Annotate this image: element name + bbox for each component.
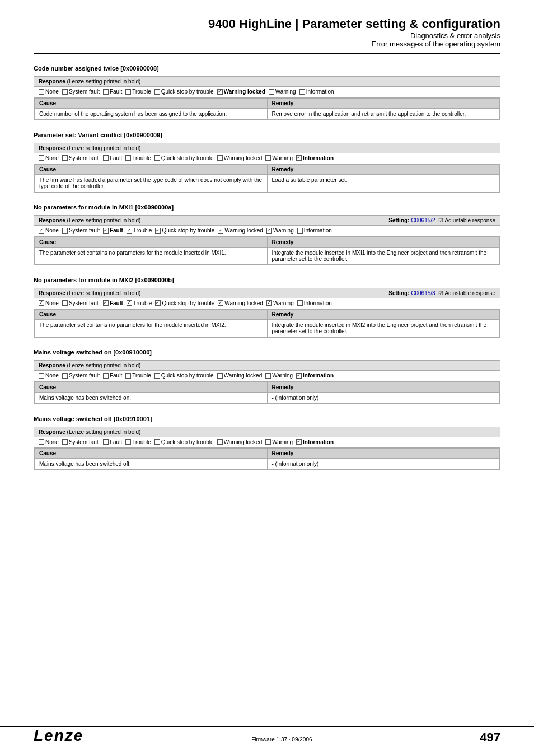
col-header-4-1: Remedy <box>267 382 500 392</box>
checkbox-3-5: Warning locked <box>218 300 263 306</box>
checkbox-1-5: Warning locked <box>217 155 263 161</box>
checkbox-0-0: None <box>39 88 59 95</box>
col-header-4-0: Cause <box>35 382 268 392</box>
checkboxes-row-3: NoneSystem faultFaultTroubleQuick stop b… <box>34 298 500 310</box>
checkbox-box-2-7 <box>297 228 303 234</box>
checkbox-box-2-1 <box>62 228 68 234</box>
response-box-4: Response (Lenze setting printed in bold)… <box>34 360 500 404</box>
checkbox-box-4-1 <box>62 373 68 379</box>
checkbox-box-5-7 <box>296 439 302 445</box>
page-header: 9400 HighLine | Parameter setting & conf… <box>34 17 500 54</box>
checkbox-box-2-6 <box>266 228 272 234</box>
checkbox-label-4-4: Quick stop by trouble <box>161 372 214 379</box>
header-subtitle1: Diagnostics & error analysis <box>34 31 500 40</box>
checkbox-box-1-6 <box>265 155 271 161</box>
checkbox-box-3-6 <box>266 300 272 306</box>
table-row-0-0: Code number of the operating system has … <box>35 108 500 119</box>
table-row-1-0: The firmware has loaded a parameter set … <box>35 175 500 192</box>
checkbox-label-2-0: None <box>45 227 59 234</box>
header-title: 9400 HighLine | Parameter setting & conf… <box>34 17 500 31</box>
checkbox-box-0-3 <box>125 89 131 95</box>
checkbox-label-2-1: System fault <box>69 227 100 234</box>
cause-cell-0-0: Code number of the operating system has … <box>35 108 268 119</box>
table-row-3-0: The parameter set contains no parameters… <box>35 320 500 337</box>
footer-firmware: Firmware 1.37 · 09/2006 <box>83 736 480 745</box>
checkbox-2-4: Quick stop by trouble <box>155 227 214 234</box>
checkbox-label-0-5: Warning locked <box>224 88 265 95</box>
page-footer: Lenze Firmware 1.37 · 09/2006 497 <box>0 726 534 745</box>
checkbox-5-7: Information <box>296 439 334 445</box>
checkbox-label-3-3: Trouble <box>133 300 152 306</box>
setting-label-2: Setting: C00615/2 ☑ Adjustable response <box>388 217 495 223</box>
checkbox-box-5-3 <box>125 439 131 445</box>
checkbox-box-0-7 <box>299 89 305 95</box>
checkbox-box-0-1 <box>62 89 68 95</box>
checkbox-1-7: Information <box>296 155 334 161</box>
data-table-3: CauseRemedyThe parameter set contains no… <box>34 309 500 337</box>
response-box-0: Response (Lenze setting printed in bold)… <box>34 76 500 120</box>
checkbox-5-1: System fault <box>62 439 100 445</box>
section-heading-1: Parameter set: Variant conflict [0x00900… <box>34 132 500 138</box>
checkbox-5-0: None <box>39 439 59 445</box>
checkbox-box-2-5 <box>218 228 223 234</box>
checkbox-0-1: System fault <box>62 88 100 95</box>
response-header-5: Response (Lenze setting printed in bold) <box>34 427 500 437</box>
col-header-0-1: Remedy <box>267 98 500 108</box>
checkbox-0-5: Warning locked <box>217 88 265 95</box>
checkbox-label-4-2: Fault <box>110 372 122 379</box>
checkbox-label-5-3: Trouble <box>132 439 151 445</box>
checkbox-4-1: System fault <box>62 372 100 379</box>
section-heading-4: Mains voltage switched on [0x00910000] <box>34 349 500 356</box>
footer-page-number: 497 <box>480 730 500 745</box>
checkbox-label-5-5: Warning locked <box>224 439 263 445</box>
checkbox-box-4-3 <box>125 373 131 379</box>
checkbox-box-4-2 <box>103 373 109 379</box>
checkbox-2-3: Trouble <box>127 227 152 234</box>
checkboxes-row-4: NoneSystem faultFaultTroubleQuick stop b… <box>34 371 500 382</box>
checkbox-label-2-4: Quick stop by trouble <box>162 227 214 234</box>
checkbox-label-0-7: Information <box>306 88 334 95</box>
col-header-2-1: Remedy <box>267 237 500 247</box>
checkbox-label-3-6: Warning <box>273 300 294 306</box>
checkbox-box-4-6 <box>265 373 271 379</box>
checkbox-label-5-6: Warning <box>272 439 293 445</box>
checkbox-label-2-5: Warning locked <box>224 227 263 234</box>
cause-cell-4-0: Mains voltage has been switched on. <box>35 392 268 403</box>
checkbox-4-0: None <box>39 372 59 379</box>
checkbox-box-4-5 <box>217 373 223 379</box>
lenze-logo: Lenze <box>34 727 83 745</box>
checkbox-label-0-1: System fault <box>69 88 100 95</box>
checkbox-0-6: Warning <box>269 88 296 95</box>
col-header-1-1: Remedy <box>267 165 500 175</box>
checkbox-box-0-5 <box>217 89 223 95</box>
checkbox-box-5-5 <box>217 439 223 445</box>
response-box-3: Response (Lenze setting printed in bold)… <box>34 288 500 338</box>
checkbox-box-1-1 <box>62 155 68 161</box>
section-heading-3: No parameters for module in MXI2 [0x0090… <box>34 277 500 283</box>
checkbox-box-3-2 <box>103 300 109 306</box>
checkbox-box-2-0 <box>39 228 44 234</box>
checkbox-3-1: System fault <box>62 300 100 306</box>
col-header-1-0: Cause <box>35 165 268 175</box>
checkbox-label-4-5: Warning locked <box>224 372 263 379</box>
response-box-5: Response (Lenze setting printed in bold)… <box>34 427 500 471</box>
response-header-0: Response (Lenze setting printed in bold) <box>34 77 500 87</box>
checkbox-box-2-3 <box>127 228 132 234</box>
response-label-5: Response (Lenze setting printed in bold) <box>39 429 140 435</box>
response-header-1: Response (Lenze setting printed in bold) <box>34 143 500 153</box>
remedy-cell-3-0: Integrate the module inserted in MXI2 in… <box>267 320 500 337</box>
checkbox-4-2: Fault <box>103 372 122 379</box>
checkbox-label-4-6: Warning <box>272 372 293 379</box>
col-header-3-1: Remedy <box>267 310 500 320</box>
checkbox-1-0: None <box>39 155 59 161</box>
checkbox-label-2-6: Warning <box>273 227 294 234</box>
response-label-3: Response (Lenze setting printed in bold) <box>39 290 140 296</box>
checkbox-box-5-0 <box>39 439 44 445</box>
header-subtitle2: Error messages of the operating system <box>34 40 500 48</box>
checkbox-label-0-4: Quick stop by trouble <box>161 88 214 95</box>
checkbox-3-7: Information <box>297 300 332 306</box>
checkbox-label-5-1: System fault <box>69 439 100 445</box>
checkbox-box-1-3 <box>125 155 131 161</box>
checkbox-box-3-4 <box>155 300 161 306</box>
checkbox-label-0-0: None <box>45 88 59 95</box>
